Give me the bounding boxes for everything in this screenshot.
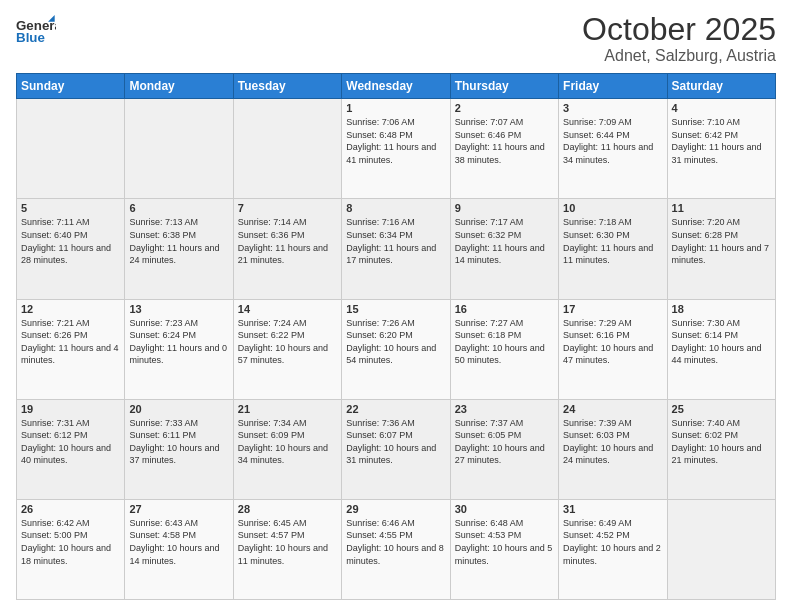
title-block: October 2025 Adnet, Salzburg, Austria: [582, 12, 776, 65]
day-info: Sunrise: 7:39 AM Sunset: 6:03 PM Dayligh…: [563, 417, 662, 467]
day-number: 16: [455, 303, 554, 315]
day-cell: 3Sunrise: 7:09 AM Sunset: 6:44 PM Daylig…: [559, 99, 667, 199]
day-cell: 15Sunrise: 7:26 AM Sunset: 6:20 PM Dayli…: [342, 299, 450, 399]
day-cell: [233, 99, 341, 199]
day-cell: 5Sunrise: 7:11 AM Sunset: 6:40 PM Daylig…: [17, 199, 125, 299]
header-row: Sunday Monday Tuesday Wednesday Thursday…: [17, 74, 776, 99]
day-cell: 10Sunrise: 7:18 AM Sunset: 6:30 PM Dayli…: [559, 199, 667, 299]
week-row-1: 5Sunrise: 7:11 AM Sunset: 6:40 PM Daylig…: [17, 199, 776, 299]
day-cell: 28Sunrise: 6:45 AM Sunset: 4:57 PM Dayli…: [233, 499, 341, 599]
day-info: Sunrise: 7:27 AM Sunset: 6:18 PM Dayligh…: [455, 317, 554, 367]
day-cell: 11Sunrise: 7:20 AM Sunset: 6:28 PM Dayli…: [667, 199, 775, 299]
day-number: 19: [21, 403, 120, 415]
day-cell: 25Sunrise: 7:40 AM Sunset: 6:02 PM Dayli…: [667, 399, 775, 499]
day-cell: 29Sunrise: 6:46 AM Sunset: 4:55 PM Dayli…: [342, 499, 450, 599]
day-info: Sunrise: 7:13 AM Sunset: 6:38 PM Dayligh…: [129, 216, 228, 266]
day-cell: 21Sunrise: 7:34 AM Sunset: 6:09 PM Dayli…: [233, 399, 341, 499]
week-row-0: 1Sunrise: 7:06 AM Sunset: 6:48 PM Daylig…: [17, 99, 776, 199]
day-info: Sunrise: 7:21 AM Sunset: 6:26 PM Dayligh…: [21, 317, 120, 367]
day-info: Sunrise: 6:42 AM Sunset: 5:00 PM Dayligh…: [21, 517, 120, 567]
day-info: Sunrise: 7:16 AM Sunset: 6:34 PM Dayligh…: [346, 216, 445, 266]
calendar-table: Sunday Monday Tuesday Wednesday Thursday…: [16, 73, 776, 600]
page: General Blue October 2025 Adnet, Salzbur…: [0, 0, 792, 612]
day-cell: 18Sunrise: 7:30 AM Sunset: 6:14 PM Dayli…: [667, 299, 775, 399]
day-cell: 14Sunrise: 7:24 AM Sunset: 6:22 PM Dayli…: [233, 299, 341, 399]
day-cell: 27Sunrise: 6:43 AM Sunset: 4:58 PM Dayli…: [125, 499, 233, 599]
day-info: Sunrise: 7:11 AM Sunset: 6:40 PM Dayligh…: [21, 216, 120, 266]
calendar-header: Sunday Monday Tuesday Wednesday Thursday…: [17, 74, 776, 99]
day-info: Sunrise: 7:18 AM Sunset: 6:30 PM Dayligh…: [563, 216, 662, 266]
col-sunday: Sunday: [17, 74, 125, 99]
day-number: 13: [129, 303, 228, 315]
day-cell: 20Sunrise: 7:33 AM Sunset: 6:11 PM Dayli…: [125, 399, 233, 499]
day-cell: [17, 99, 125, 199]
day-number: 18: [672, 303, 771, 315]
calendar-title: October 2025: [582, 12, 776, 47]
day-number: 10: [563, 202, 662, 214]
day-info: Sunrise: 7:23 AM Sunset: 6:24 PM Dayligh…: [129, 317, 228, 367]
day-info: Sunrise: 7:33 AM Sunset: 6:11 PM Dayligh…: [129, 417, 228, 467]
day-cell: 17Sunrise: 7:29 AM Sunset: 6:16 PM Dayli…: [559, 299, 667, 399]
col-friday: Friday: [559, 74, 667, 99]
day-number: 9: [455, 202, 554, 214]
day-cell: 2Sunrise: 7:07 AM Sunset: 6:46 PM Daylig…: [450, 99, 558, 199]
day-cell: 16Sunrise: 7:27 AM Sunset: 6:18 PM Dayli…: [450, 299, 558, 399]
day-cell: 30Sunrise: 6:48 AM Sunset: 4:53 PM Dayli…: [450, 499, 558, 599]
day-number: 12: [21, 303, 120, 315]
day-number: 11: [672, 202, 771, 214]
day-cell: [667, 499, 775, 599]
day-info: Sunrise: 7:29 AM Sunset: 6:16 PM Dayligh…: [563, 317, 662, 367]
logo: General Blue: [16, 12, 56, 50]
day-number: 25: [672, 403, 771, 415]
col-saturday: Saturday: [667, 74, 775, 99]
day-number: 15: [346, 303, 445, 315]
day-cell: [125, 99, 233, 199]
day-number: 21: [238, 403, 337, 415]
day-number: 22: [346, 403, 445, 415]
day-info: Sunrise: 6:49 AM Sunset: 4:52 PM Dayligh…: [563, 517, 662, 567]
day-info: Sunrise: 7:30 AM Sunset: 6:14 PM Dayligh…: [672, 317, 771, 367]
day-cell: 23Sunrise: 7:37 AM Sunset: 6:05 PM Dayli…: [450, 399, 558, 499]
day-number: 28: [238, 503, 337, 515]
day-info: Sunrise: 6:46 AM Sunset: 4:55 PM Dayligh…: [346, 517, 445, 567]
day-number: 17: [563, 303, 662, 315]
day-cell: 24Sunrise: 7:39 AM Sunset: 6:03 PM Dayli…: [559, 399, 667, 499]
day-number: 27: [129, 503, 228, 515]
day-info: Sunrise: 7:24 AM Sunset: 6:22 PM Dayligh…: [238, 317, 337, 367]
week-row-2: 12Sunrise: 7:21 AM Sunset: 6:26 PM Dayli…: [17, 299, 776, 399]
day-number: 30: [455, 503, 554, 515]
day-cell: 1Sunrise: 7:06 AM Sunset: 6:48 PM Daylig…: [342, 99, 450, 199]
day-info: Sunrise: 7:09 AM Sunset: 6:44 PM Dayligh…: [563, 116, 662, 166]
day-info: Sunrise: 7:40 AM Sunset: 6:02 PM Dayligh…: [672, 417, 771, 467]
day-cell: 31Sunrise: 6:49 AM Sunset: 4:52 PM Dayli…: [559, 499, 667, 599]
day-info: Sunrise: 7:34 AM Sunset: 6:09 PM Dayligh…: [238, 417, 337, 467]
day-number: 26: [21, 503, 120, 515]
day-cell: 19Sunrise: 7:31 AM Sunset: 6:12 PM Dayli…: [17, 399, 125, 499]
day-cell: 4Sunrise: 7:10 AM Sunset: 6:42 PM Daylig…: [667, 99, 775, 199]
day-number: 8: [346, 202, 445, 214]
day-cell: 7Sunrise: 7:14 AM Sunset: 6:36 PM Daylig…: [233, 199, 341, 299]
day-number: 6: [129, 202, 228, 214]
day-number: 7: [238, 202, 337, 214]
day-info: Sunrise: 7:17 AM Sunset: 6:32 PM Dayligh…: [455, 216, 554, 266]
day-number: 29: [346, 503, 445, 515]
day-cell: 22Sunrise: 7:36 AM Sunset: 6:07 PM Dayli…: [342, 399, 450, 499]
day-info: Sunrise: 6:48 AM Sunset: 4:53 PM Dayligh…: [455, 517, 554, 567]
col-monday: Monday: [125, 74, 233, 99]
svg-text:Blue: Blue: [16, 30, 45, 45]
day-info: Sunrise: 7:06 AM Sunset: 6:48 PM Dayligh…: [346, 116, 445, 166]
day-info: Sunrise: 7:26 AM Sunset: 6:20 PM Dayligh…: [346, 317, 445, 367]
day-info: Sunrise: 7:36 AM Sunset: 6:07 PM Dayligh…: [346, 417, 445, 467]
day-number: 14: [238, 303, 337, 315]
day-info: Sunrise: 7:10 AM Sunset: 6:42 PM Dayligh…: [672, 116, 771, 166]
day-info: Sunrise: 7:07 AM Sunset: 6:46 PM Dayligh…: [455, 116, 554, 166]
day-cell: 13Sunrise: 7:23 AM Sunset: 6:24 PM Dayli…: [125, 299, 233, 399]
day-info: Sunrise: 6:45 AM Sunset: 4:57 PM Dayligh…: [238, 517, 337, 567]
day-number: 31: [563, 503, 662, 515]
day-number: 24: [563, 403, 662, 415]
day-cell: 6Sunrise: 7:13 AM Sunset: 6:38 PM Daylig…: [125, 199, 233, 299]
day-number: 20: [129, 403, 228, 415]
logo-icon: General Blue: [16, 12, 56, 50]
day-info: Sunrise: 7:31 AM Sunset: 6:12 PM Dayligh…: [21, 417, 120, 467]
day-number: 3: [563, 102, 662, 114]
